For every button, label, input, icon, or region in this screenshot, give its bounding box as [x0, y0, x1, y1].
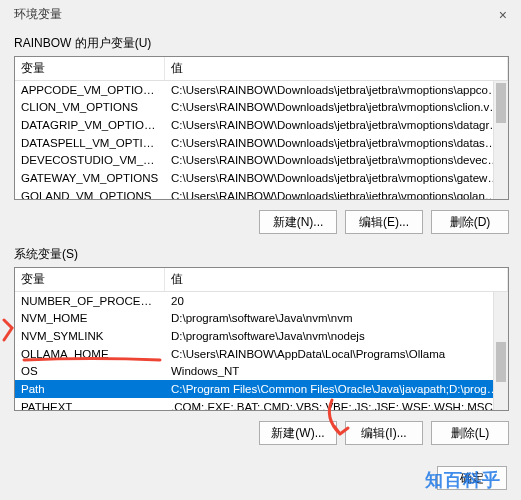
table-row[interactable]: PATHEXT.COM;.EXE;.BAT;.CMD;.VBS;.VBE;.JS…: [15, 398, 508, 410]
table-row[interactable]: NVM_SYMLINKD:\program\software\Java\nvm\…: [15, 327, 508, 345]
cell-variable: OLLAMA_HOME: [15, 345, 165, 363]
new-sys-var-button[interactable]: 新建(W)...: [259, 421, 337, 445]
cell-variable: GOLAND_VM_OPTIONS: [15, 187, 165, 199]
cell-variable: DEVECOSTUDIO_VM_OPTIO...: [15, 152, 165, 170]
cell-variable: DATAGRIP_VM_OPTIONS: [15, 116, 165, 134]
table-row[interactable]: NUMBER_OF_PROCESSORS20: [15, 292, 508, 310]
table-row[interactable]: DEVECOSTUDIO_VM_OPTIO...C:\Users\RAINBOW…: [15, 152, 508, 170]
dialog-footer: 确定: [437, 466, 507, 490]
table-row[interactable]: OLLAMA_HOMEC:\Users\RAINBOW\AppData\Loca…: [15, 345, 508, 363]
system-vars-buttons: 新建(W)... 编辑(I)... 删除(L): [0, 421, 509, 445]
user-vars-section: RAINBOW 的用户变量(U) 变量 值 APPCODE_VM_OPTIONS…: [14, 31, 509, 200]
table-row[interactable]: GOLAND_VM_OPTIONSC:\Users\RAINBOW\Downlo…: [15, 187, 508, 199]
cell-value: C:\Users\RAINBOW\Downloads\jetbra\jetbra…: [165, 81, 508, 99]
cell-value: C:\Users\RAINBOW\Downloads\jetbra\jetbra…: [165, 134, 508, 152]
system-vars-section: 系统变量(S) 变量 值 NUMBER_OF_PROCESSORS20NVM_H…: [14, 242, 509, 411]
edit-sys-var-button[interactable]: 编辑(I)...: [345, 421, 423, 445]
user-vars-label: RAINBOW 的用户变量(U): [14, 31, 509, 56]
cell-value: C:\Users\RAINBOW\AppData\Local\Programs\…: [165, 345, 508, 363]
cell-variable: GATEWAY_VM_OPTIONS: [15, 169, 165, 187]
col-header-variable[interactable]: 变量: [15, 57, 165, 80]
user-vars-list[interactable]: 变量 值 APPCODE_VM_OPTIONSC:\Users\RAINBOW\…: [14, 56, 509, 200]
scrollbar[interactable]: [493, 81, 508, 199]
env-vars-dialog: 环境变量 × RAINBOW 的用户变量(U) 变量 值 APPCODE_VM_…: [0, 0, 521, 500]
scroll-thumb[interactable]: [496, 83, 506, 123]
cell-variable: CLION_VM_OPTIONS: [15, 99, 165, 117]
table-row[interactable]: OSWindows_NT: [15, 363, 508, 381]
new-user-var-button[interactable]: 新建(N)...: [259, 210, 337, 234]
col-header-value[interactable]: 值: [165, 268, 508, 291]
cell-value: Windows_NT: [165, 363, 508, 381]
cell-variable: APPCODE_VM_OPTIONS: [15, 81, 165, 99]
cell-variable: NVM_SYMLINK: [15, 327, 165, 345]
scroll-thumb[interactable]: [496, 342, 506, 382]
cell-value: C:\Users\RAINBOW\Downloads\jetbra\jetbra…: [165, 187, 508, 199]
list-header: 变量 值: [15, 57, 508, 81]
dialog-title: 环境变量: [14, 6, 62, 23]
cell-value: C:\Users\RAINBOW\Downloads\jetbra\jetbra…: [165, 169, 508, 187]
cell-value: C:\Users\RAINBOW\Downloads\jetbra\jetbra…: [165, 116, 508, 134]
scrollbar[interactable]: [493, 292, 508, 410]
table-row[interactable]: DATAGRIP_VM_OPTIONSC:\Users\RAINBOW\Down…: [15, 116, 508, 134]
edit-user-var-button[interactable]: 编辑(E)...: [345, 210, 423, 234]
titlebar: 环境变量 ×: [0, 0, 521, 27]
table-row[interactable]: GATEWAY_VM_OPTIONSC:\Users\RAINBOW\Downl…: [15, 169, 508, 187]
close-icon[interactable]: ×: [495, 7, 511, 23]
cell-variable: PATHEXT: [15, 398, 165, 410]
system-vars-list[interactable]: 变量 值 NUMBER_OF_PROCESSORS20NVM_HOMED:\pr…: [14, 267, 509, 411]
cell-value: D:\program\software\Java\nvm\nodejs: [165, 327, 508, 345]
list-header: 变量 值: [15, 268, 508, 292]
cell-value: C:\Users\RAINBOW\Downloads\jetbra\jetbra…: [165, 152, 508, 170]
system-vars-body: NUMBER_OF_PROCESSORS20NVM_HOMED:\program…: [15, 292, 508, 410]
table-row[interactable]: NVM_HOMED:\program\software\Java\nvm\nvm: [15, 310, 508, 328]
cell-variable: Path: [15, 380, 165, 398]
table-row[interactable]: APPCODE_VM_OPTIONSC:\Users\RAINBOW\Downl…: [15, 81, 508, 99]
delete-sys-var-button[interactable]: 删除(L): [431, 421, 509, 445]
table-row[interactable]: PathC:\Program Files\Common Files\Oracle…: [15, 380, 508, 398]
cell-variable: OS: [15, 363, 165, 381]
cell-value: .COM;.EXE;.BAT;.CMD;.VBS;.VBE;.JS;.JSE;.…: [165, 398, 508, 410]
cell-value: D:\program\software\Java\nvm\nvm: [165, 310, 508, 328]
delete-user-var-button[interactable]: 删除(D): [431, 210, 509, 234]
cell-value: C:\Program Files\Common Files\Oracle\Jav…: [165, 380, 508, 398]
table-row[interactable]: DATASPELL_VM_OPTIONSC:\Users\RAINBOW\Dow…: [15, 134, 508, 152]
col-header-variable[interactable]: 变量: [15, 268, 165, 291]
system-vars-label: 系统变量(S): [14, 242, 509, 267]
user-vars-buttons: 新建(N)... 编辑(E)... 删除(D): [0, 210, 509, 234]
col-header-value[interactable]: 值: [165, 57, 508, 80]
cell-variable: NUMBER_OF_PROCESSORS: [15, 292, 165, 310]
user-vars-body: APPCODE_VM_OPTIONSC:\Users\RAINBOW\Downl…: [15, 81, 508, 199]
cell-value: 20: [165, 292, 508, 310]
cell-variable: NVM_HOME: [15, 310, 165, 328]
ok-button[interactable]: 确定: [437, 466, 507, 490]
cell-value: C:\Users\RAINBOW\Downloads\jetbra\jetbra…: [165, 99, 508, 117]
table-row[interactable]: CLION_VM_OPTIONSC:\Users\RAINBOW\Downloa…: [15, 99, 508, 117]
cell-variable: DATASPELL_VM_OPTIONS: [15, 134, 165, 152]
